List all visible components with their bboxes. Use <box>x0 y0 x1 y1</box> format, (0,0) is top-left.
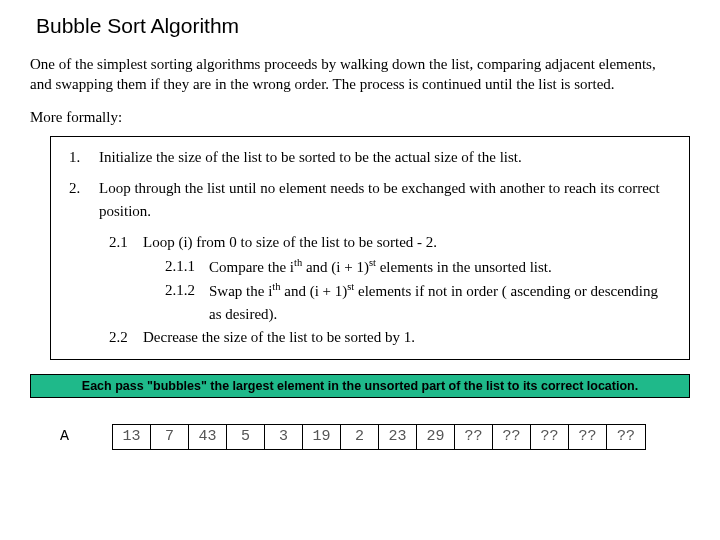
algorithm-box: 1. Initialize the size of the list to be… <box>50 136 690 360</box>
array-cell: ?? <box>493 425 531 449</box>
array-cell: ?? <box>531 425 569 449</box>
step-number: 1. <box>69 146 99 169</box>
array-cell: 7 <box>151 425 189 449</box>
array-cell: 13 <box>113 425 151 449</box>
step-text: Decrease the size of the list to be sort… <box>143 326 671 349</box>
step-2: 2. Loop through the list until no elemen… <box>69 177 671 222</box>
step-text: Compare the ith and (i + 1)st elements i… <box>209 255 671 279</box>
page-title: Bubble Sort Algorithm <box>0 0 720 38</box>
step-number: 2.1.2 <box>165 279 209 325</box>
array-cell: 43 <box>189 425 227 449</box>
array-cell: 23 <box>379 425 417 449</box>
array-label: A <box>60 428 112 445</box>
array-cell: 5 <box>227 425 265 449</box>
step-text: Loop through the list until no element n… <box>99 177 671 222</box>
step-text: Loop (i) from 0 to size of the list to b… <box>143 231 671 254</box>
array-cell: ?? <box>607 425 645 449</box>
array-cells: 13 7 43 5 3 19 2 23 29 ?? ?? ?? ?? ?? <box>112 424 646 450</box>
step-2-1-1: 2.1.1 Compare the ith and (i + 1)st elem… <box>165 255 671 279</box>
highlight-bar: Each pass "bubbles" the largest element … <box>30 374 690 398</box>
array-cell: 29 <box>417 425 455 449</box>
formal-label: More formally: <box>0 95 720 126</box>
array-cell: 19 <box>303 425 341 449</box>
array-cell: 3 <box>265 425 303 449</box>
step-2-1: 2.1 Loop (i) from 0 to size of the list … <box>109 231 671 254</box>
array-cell: ?? <box>569 425 607 449</box>
array-visual: A 13 7 43 5 3 19 2 23 29 ?? ?? ?? ?? ?? <box>60 424 720 450</box>
step-text: Initialize the size of the list to be so… <box>99 146 671 169</box>
array-cell: ?? <box>455 425 493 449</box>
step-number: 2.1.1 <box>165 255 209 279</box>
step-2-1-2: 2.1.2 Swap the ith and (i + 1)st element… <box>165 279 671 325</box>
step-number: 2.1 <box>109 231 143 254</box>
step-number: 2.2 <box>109 326 143 349</box>
step-text: Swap the ith and (i + 1)st elements if n… <box>209 279 671 325</box>
step-number: 2. <box>69 177 99 222</box>
intro-paragraph: One of the simplest sorting algorithms p… <box>0 38 720 95</box>
array-cell: 2 <box>341 425 379 449</box>
step-2-2: 2.2 Decrease the size of the list to be … <box>109 326 671 349</box>
step-1: 1. Initialize the size of the list to be… <box>69 146 671 169</box>
